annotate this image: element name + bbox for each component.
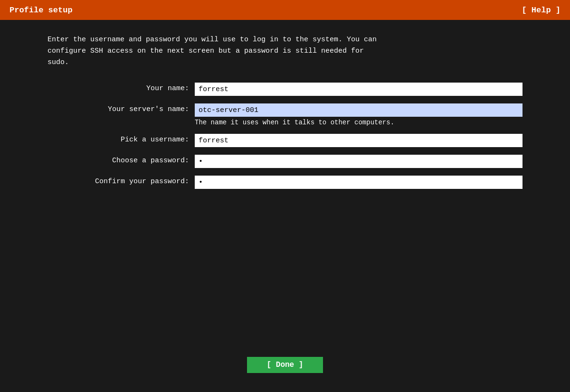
- server-name-input[interactable]: [195, 103, 522, 117]
- server-name-row: Your server's name: The name it uses whe…: [48, 103, 522, 126]
- your-name-input-group: [195, 83, 522, 96]
- desc-line2: configure SSH access on the next screen …: [48, 47, 364, 55]
- confirm-password-input-group: [195, 176, 522, 189]
- password-label: Choose a password:: [48, 155, 195, 165]
- help-button[interactable]: [ Help ]: [522, 6, 560, 15]
- server-name-input-group: The name it uses when it talks to other …: [195, 103, 522, 126]
- content: Enter the username and password you will…: [0, 20, 570, 196]
- your-name-label: Your name:: [48, 83, 195, 93]
- form-area: Your name: Your server's name: The name …: [48, 83, 522, 196]
- password-row: Choose a password:: [48, 155, 522, 168]
- description-text: Enter the username and password you will…: [48, 34, 522, 68]
- username-label: Pick a username:: [48, 134, 195, 144]
- username-row: Pick a username:: [48, 134, 522, 147]
- password-input[interactable]: [195, 155, 522, 168]
- username-input[interactable]: [195, 134, 522, 147]
- desc-line3: sudo.: [48, 58, 69, 66]
- password-input-group: [195, 155, 522, 168]
- server-name-label: Your server's name:: [48, 103, 195, 113]
- your-name-input[interactable]: [195, 83, 522, 96]
- your-name-row: Your name:: [48, 83, 522, 96]
- done-button[interactable]: [ Done ]: [247, 357, 323, 373]
- desc-line1: Enter the username and password you will…: [48, 36, 377, 44]
- confirm-password-row: Confirm your password:: [48, 176, 522, 189]
- header: Profile setup [ Help ]: [0, 0, 570, 20]
- header-title: Profile setup: [10, 6, 73, 15]
- server-name-hint: The name it uses when it talks to other …: [195, 119, 522, 126]
- confirm-password-input[interactable]: [195, 176, 522, 189]
- confirm-password-label: Confirm your password:: [48, 176, 195, 186]
- footer: [ Done ]: [0, 357, 570, 373]
- username-input-group: [195, 134, 522, 147]
